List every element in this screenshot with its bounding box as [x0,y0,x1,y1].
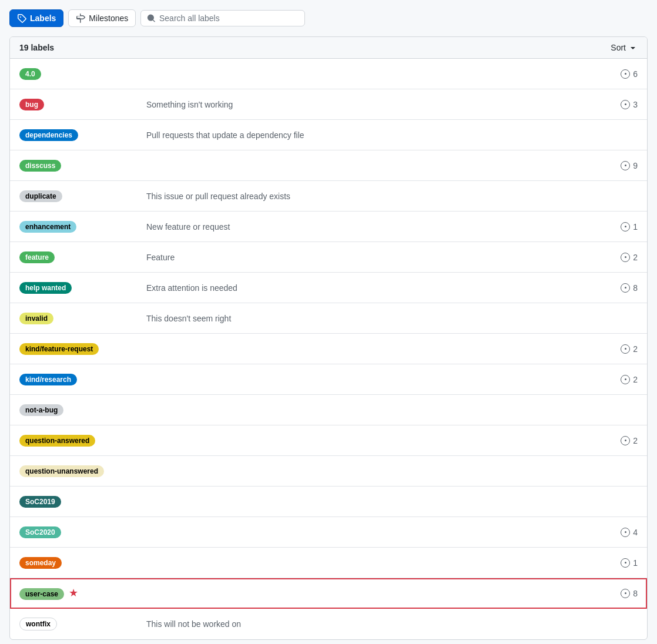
label-row[interactable]: help wantedExtra attention is needed8 [10,273,647,303]
labels-button-label: Labels [30,14,56,23]
label-description: Extra attention is needed [137,283,602,293]
label-badge[interactable]: dependencies [19,129,78,141]
label-badge-col: feature [19,251,137,263]
label-row[interactable]: user-case★8 [10,578,647,609]
issue-icon [621,253,630,262]
label-badge-col: disscuss [19,160,137,172]
label-badge[interactable]: user-case [19,588,64,600]
label-badge-col: dependencies [19,129,137,141]
label-row[interactable]: dependenciesPull requests that update a … [10,120,647,150]
label-row[interactable]: 4.06 [10,59,647,89]
label-issues[interactable]: 4 [602,528,638,537]
labels-button[interactable]: Labels [9,9,63,27]
label-issues[interactable]: 6 [602,69,638,79]
label-badge[interactable]: question-answered [19,435,95,447]
label-icon [17,14,26,23]
search-input[interactable] [159,14,299,23]
label-badge-col: kind/feature-request [19,343,137,355]
label-badge-col: invalid [19,313,137,324]
search-icon [147,14,156,23]
label-description: This issue or pull request already exist… [137,192,602,201]
label-badge[interactable]: 4.0 [19,68,41,80]
label-badge[interactable]: invalid [19,313,53,324]
search-box[interactable] [140,10,305,26]
label-badge[interactable]: help wanted [19,282,72,294]
label-badge[interactable]: question-unanswered [19,465,104,477]
label-row[interactable]: disscuss9 [10,150,647,181]
milestones-button[interactable]: Milestones [68,9,136,27]
label-issues[interactable]: 1 [602,222,638,232]
label-badge[interactable]: SoC2020 [19,526,61,538]
label-row[interactable]: not-a-bug [10,395,647,425]
issue-icon [621,283,630,293]
label-description: Pull requests that update a dependency f… [137,130,602,140]
issue-icon [621,589,630,598]
issue-icon [621,100,630,109]
milestone-icon [76,14,85,23]
label-badge[interactable]: enhancement [19,221,76,233]
labels-header: 19 labels Sort [10,37,647,59]
milestones-button-label: Milestones [89,14,128,23]
issue-icon [621,222,630,232]
label-row[interactable]: someday1 [10,548,647,578]
label-badge-col: question-answered [19,435,137,447]
label-badge-col: kind/research [19,374,137,385]
issue-icon [621,344,630,354]
label-issues[interactable]: 8 [602,283,638,293]
issue-icon [621,436,630,445]
label-issues[interactable]: 2 [602,253,638,262]
label-issues[interactable]: 3 [602,100,638,109]
issue-count: 3 [633,100,638,109]
label-issues[interactable]: 1 [602,558,638,568]
label-issues[interactable]: 9 [602,161,638,170]
issue-count: 2 [633,436,638,445]
issue-count: 2 [633,253,638,262]
label-badge[interactable]: disscuss [19,160,61,172]
issue-count: 1 [633,222,638,232]
label-row[interactable]: kind/research2 [10,364,647,395]
chevron-down-icon [628,43,638,52]
label-badge-col: bug [19,99,137,110]
sort-button[interactable]: Sort [611,43,638,52]
issue-icon [621,375,630,384]
label-description: Feature [137,253,602,262]
issue-icon [621,161,630,170]
label-issues[interactable]: 2 [602,436,638,445]
label-badge[interactable]: bug [19,99,44,110]
sort-label: Sort [611,43,626,52]
label-row[interactable]: SoC20204 [10,517,647,548]
label-badge-col: duplicate [19,190,137,202]
label-badge[interactable]: kind/research [19,374,77,385]
label-issues[interactable]: 2 [602,344,638,354]
label-badge[interactable]: duplicate [19,190,62,202]
issue-count: 4 [633,528,638,537]
label-description: New feature or request [137,222,602,232]
label-badge[interactable]: someday [19,557,62,569]
label-description: This doesn't seem right [137,314,602,323]
issue-count: 6 [633,69,638,79]
label-badge[interactable]: wontfix [19,618,57,630]
label-issues[interactable]: 2 [602,375,638,384]
label-row[interactable]: featureFeature2 [10,242,647,273]
label-badge[interactable]: SoC2019 [19,496,61,508]
label-row[interactable]: duplicateThis issue or pull request alre… [10,181,647,212]
label-badge[interactable]: kind/feature-request [19,343,99,355]
label-description: This will not be worked on [137,619,602,629]
label-badge-col: SoC2020 [19,526,137,538]
label-row[interactable]: kind/feature-request2 [10,334,647,364]
issue-count: 8 [633,283,638,293]
label-badge[interactable]: feature [19,251,55,263]
label-row[interactable]: SoC2019 [10,487,647,517]
label-row[interactable]: question-answered2 [10,425,647,456]
label-issues[interactable]: 8 [602,589,638,598]
label-badge[interactable]: not-a-bug [19,404,63,416]
label-row[interactable]: bugSomething isn't working3 [10,89,647,120]
star-icon: ★ [69,587,78,599]
label-row[interactable]: enhancementNew feature or request1 [10,212,647,242]
label-row[interactable]: question-unanswered [10,456,647,487]
labels-container: 19 labels Sort 4.06bugSomething isn't wo… [9,36,648,640]
label-row[interactable]: wontfixThis will not be worked on [10,609,647,639]
label-row[interactable]: invalidThis doesn't seem right [10,303,647,334]
labels-count: 19 labels [19,43,54,52]
label-badge-col: help wanted [19,282,137,294]
